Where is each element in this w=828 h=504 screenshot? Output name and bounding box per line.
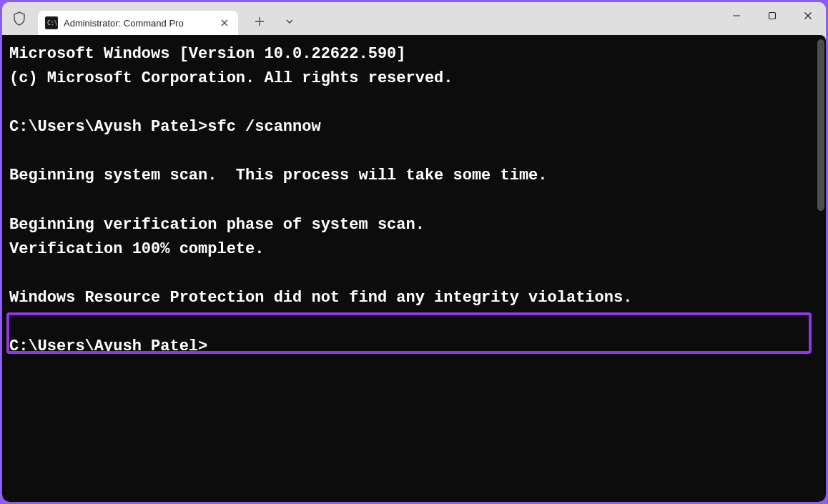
minimize-button[interactable] <box>719 2 754 29</box>
scrollbar[interactable] <box>817 39 824 498</box>
terminal-line <box>9 189 819 213</box>
command-prompt-icon: C:\ <box>45 16 58 29</box>
terminal-line <box>9 139 819 164</box>
terminal-line <box>9 91 819 115</box>
svg-rect-2 <box>769 13 776 19</box>
tab-title: Administrator: Command Pro <box>64 18 218 29</box>
shield-icon <box>12 11 26 26</box>
window-controls <box>719 2 826 29</box>
svg-text:C:\: C:\ <box>47 20 57 26</box>
terminal-line: Beginning system scan. This process will… <box>9 164 819 188</box>
close-button[interactable] <box>790 2 826 29</box>
maximize-button[interactable] <box>754 2 790 29</box>
terminal-line: (c) Microsoft Corporation. All rights re… <box>9 66 819 91</box>
app-window: C:\ Administrator: Command Pro <box>2 2 826 502</box>
terminal-line-prompt: C:\Users\Ayush Patel>sfc /scannow <box>9 115 819 139</box>
terminal-line <box>9 310 819 335</box>
terminal-line-prompt: C:\Users\Ayush Patel> <box>9 335 819 359</box>
terminal-line-result: Windows Resource Protection did not find… <box>9 286 819 310</box>
tab-command-prompt[interactable]: C:\ Administrator: Command Pro <box>38 11 238 35</box>
scrollbar-thumb[interactable] <box>817 39 824 211</box>
tab-dropdown-button[interactable] <box>282 14 297 29</box>
tab-close-button[interactable] <box>218 16 231 29</box>
terminal-output[interactable]: Microsoft Windows [Version 10.0.22622.59… <box>2 35 826 502</box>
terminal-line <box>9 262 819 286</box>
terminal-line: Beginning verification phase of system s… <box>9 213 819 237</box>
new-tab-button[interactable] <box>252 14 267 29</box>
terminal-line: Microsoft Windows [Version 10.0.22622.59… <box>9 42 819 66</box>
terminal-line: Verification 100% complete. <box>9 237 819 262</box>
titlebar[interactable]: C:\ Administrator: Command Pro <box>2 2 826 35</box>
tab-actions <box>252 14 297 29</box>
